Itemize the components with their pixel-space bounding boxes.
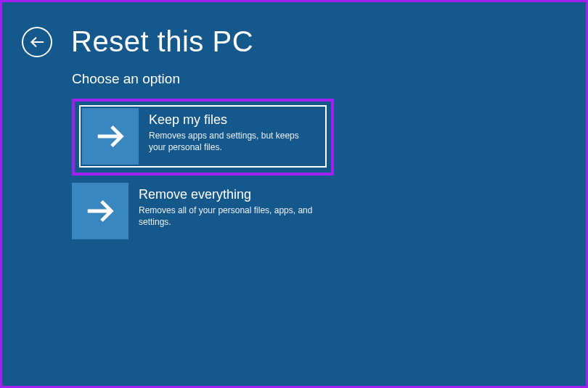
option-keep-files-wrapper: Keep my files Removes apps and settings,… [72, 99, 334, 176]
subtitle: Choose an option [72, 71, 586, 87]
page-title: Reset this PC [71, 25, 253, 58]
option-text: Remove everything Removes all of your pe… [128, 183, 334, 228]
option-description: Removes apps and settings, but keeps you… [149, 130, 315, 153]
back-arrow-icon [30, 35, 44, 49]
option-text: Keep my files Removes apps and settings,… [139, 108, 324, 153]
option-arrow-icon [82, 108, 139, 165]
option-remove-everything[interactable]: Remove everything Removes all of your pe… [72, 183, 334, 239]
option-keep-files[interactable]: Keep my files Removes apps and settings,… [81, 107, 325, 166]
option-remove-everything-wrapper: Remove everything Removes all of your pe… [72, 183, 334, 239]
content-area: Choose an option Keep my files Removes a… [2, 58, 586, 239]
option-description: Removes all of your personal files, apps… [139, 205, 325, 228]
option-title: Keep my files [149, 112, 315, 128]
option-arrow-icon [72, 183, 128, 239]
option-title: Remove everything [139, 187, 325, 202]
back-button[interactable] [22, 27, 52, 57]
page-header: Reset this PC [2, 2, 586, 58]
